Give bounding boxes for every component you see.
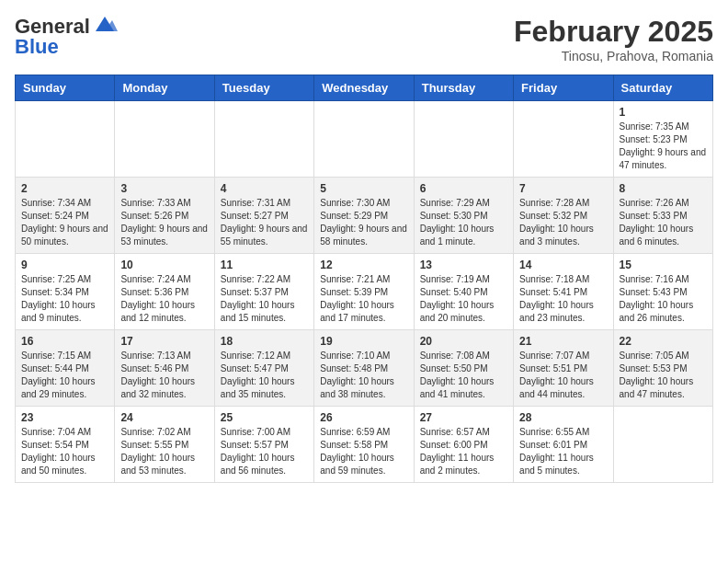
day-number: 16	[21, 335, 108, 348]
calendar-cell: 27Sunrise: 6:57 AM Sunset: 6:00 PM Dayli…	[414, 407, 513, 483]
calendar-cell: 11Sunrise: 7:22 AM Sunset: 5:37 PM Dayli…	[214, 254, 313, 330]
day-number: 18	[221, 335, 308, 348]
day-number: 1	[620, 106, 707, 119]
day-info: Sunrise: 7:25 AM Sunset: 5:34 PM Dayligh…	[21, 273, 108, 325]
calendar-cell: 15Sunrise: 7:16 AM Sunset: 5:43 PM Dayli…	[613, 254, 712, 330]
day-number: 23	[21, 411, 108, 424]
calendar-cell: 3Sunrise: 7:33 AM Sunset: 5:26 PM Daylig…	[115, 178, 214, 254]
day-info: Sunrise: 6:59 AM Sunset: 5:58 PM Dayligh…	[320, 426, 407, 477]
calendar-cell	[115, 101, 214, 178]
calendar-cell	[314, 101, 414, 178]
page-header: General Blue February 2025 Tinosu, Praho…	[15, 15, 713, 63]
calendar-cell: 21Sunrise: 7:07 AM Sunset: 5:51 PM Dayli…	[514, 330, 613, 407]
calendar-table: SundayMondayTuesdayWednesdayThursdayFrid…	[15, 75, 713, 483]
day-info: Sunrise: 7:33 AM Sunset: 5:26 PM Dayligh…	[120, 197, 208, 248]
location-subtitle: Tinosu, Prahova, Romania	[514, 49, 713, 63]
day-number: 19	[320, 335, 407, 348]
calendar-cell: 22Sunrise: 7:05 AM Sunset: 5:53 PM Dayli…	[613, 330, 712, 407]
calendar-cell: 17Sunrise: 7:13 AM Sunset: 5:46 PM Dayli…	[115, 330, 214, 407]
weekday-header-sunday: Sunday	[16, 75, 115, 101]
calendar-cell	[16, 101, 115, 178]
day-number: 9	[21, 259, 108, 271]
day-number: 25	[221, 411, 308, 424]
day-info: Sunrise: 6:55 AM Sunset: 6:01 PM Dayligh…	[519, 426, 607, 477]
week-row-2: 2Sunrise: 7:34 AM Sunset: 5:24 PM Daylig…	[16, 178, 713, 254]
day-info: Sunrise: 7:28 AM Sunset: 5:32 PM Dayligh…	[519, 197, 607, 248]
day-info: Sunrise: 6:57 AM Sunset: 6:00 PM Dayligh…	[420, 426, 507, 477]
calendar-cell: 28Sunrise: 6:55 AM Sunset: 6:01 PM Dayli…	[514, 407, 613, 483]
day-info: Sunrise: 7:24 AM Sunset: 5:36 PM Dayligh…	[120, 273, 208, 325]
calendar-cell	[414, 101, 513, 178]
calendar-cell: 25Sunrise: 7:00 AM Sunset: 5:57 PM Dayli…	[214, 407, 313, 483]
calendar-cell	[214, 101, 313, 178]
day-number: 21	[519, 335, 607, 348]
day-number: 4	[221, 182, 308, 195]
calendar-cell: 5Sunrise: 7:30 AM Sunset: 5:29 PM Daylig…	[314, 178, 414, 254]
calendar-cell: 8Sunrise: 7:26 AM Sunset: 5:33 PM Daylig…	[613, 178, 712, 254]
calendar-cell: 14Sunrise: 7:18 AM Sunset: 5:41 PM Dayli…	[514, 254, 613, 330]
day-info: Sunrise: 7:35 AM Sunset: 5:23 PM Dayligh…	[620, 121, 707, 172]
calendar-cell: 9Sunrise: 7:25 AM Sunset: 5:34 PM Daylig…	[16, 254, 115, 330]
day-number: 6	[420, 182, 507, 195]
day-info: Sunrise: 7:12 AM Sunset: 5:47 PM Dayligh…	[221, 350, 308, 401]
day-info: Sunrise: 7:22 AM Sunset: 5:37 PM Dayligh…	[221, 273, 308, 325]
weekday-header-row: SundayMondayTuesdayWednesdayThursdayFrid…	[16, 75, 713, 101]
week-row-3: 9Sunrise: 7:25 AM Sunset: 5:34 PM Daylig…	[16, 254, 713, 330]
day-info: Sunrise: 7:15 AM Sunset: 5:44 PM Dayligh…	[21, 350, 108, 401]
day-info: Sunrise: 7:34 AM Sunset: 5:24 PM Dayligh…	[21, 197, 108, 248]
day-number: 12	[320, 259, 407, 271]
day-info: Sunrise: 7:26 AM Sunset: 5:33 PM Dayligh…	[620, 197, 707, 248]
calendar-cell: 18Sunrise: 7:12 AM Sunset: 5:47 PM Dayli…	[214, 330, 313, 407]
day-number: 27	[420, 411, 507, 424]
day-info: Sunrise: 7:04 AM Sunset: 5:54 PM Dayligh…	[21, 426, 108, 477]
calendar-cell: 24Sunrise: 7:02 AM Sunset: 5:55 PM Dayli…	[115, 407, 214, 483]
day-info: Sunrise: 7:13 AM Sunset: 5:46 PM Dayligh…	[120, 350, 208, 401]
day-info: Sunrise: 7:21 AM Sunset: 5:39 PM Dayligh…	[320, 273, 407, 325]
day-number: 11	[221, 259, 308, 271]
day-info: Sunrise: 7:31 AM Sunset: 5:27 PM Dayligh…	[221, 197, 308, 248]
weekday-header-saturday: Saturday	[613, 75, 712, 101]
calendar-cell: 10Sunrise: 7:24 AM Sunset: 5:36 PM Dayli…	[115, 254, 214, 330]
day-number: 7	[519, 182, 607, 195]
weekday-header-monday: Monday	[115, 75, 214, 101]
day-info: Sunrise: 7:02 AM Sunset: 5:55 PM Dayligh…	[120, 426, 208, 477]
day-number: 20	[420, 335, 507, 348]
day-info: Sunrise: 7:10 AM Sunset: 5:48 PM Dayligh…	[320, 350, 407, 401]
day-info: Sunrise: 7:18 AM Sunset: 5:41 PM Dayligh…	[519, 273, 607, 325]
day-number: 15	[620, 259, 707, 271]
calendar-cell: 13Sunrise: 7:19 AM Sunset: 5:40 PM Dayli…	[414, 254, 513, 330]
day-number: 17	[120, 335, 208, 348]
calendar-cell: 19Sunrise: 7:10 AM Sunset: 5:48 PM Dayli…	[314, 330, 414, 407]
day-info: Sunrise: 7:16 AM Sunset: 5:43 PM Dayligh…	[620, 273, 707, 325]
calendar-cell	[514, 101, 613, 178]
week-row-1: 1Sunrise: 7:35 AM Sunset: 5:23 PM Daylig…	[16, 101, 713, 178]
day-info: Sunrise: 7:19 AM Sunset: 5:40 PM Dayligh…	[420, 273, 507, 325]
day-info: Sunrise: 7:30 AM Sunset: 5:29 PM Dayligh…	[320, 197, 407, 248]
calendar-cell: 23Sunrise: 7:04 AM Sunset: 5:54 PM Dayli…	[16, 407, 115, 483]
week-row-5: 23Sunrise: 7:04 AM Sunset: 5:54 PM Dayli…	[16, 407, 713, 483]
title-section: February 2025 Tinosu, Prahova, Romania	[514, 15, 713, 63]
week-row-4: 16Sunrise: 7:15 AM Sunset: 5:44 PM Dayli…	[16, 330, 713, 407]
day-info: Sunrise: 7:00 AM Sunset: 5:57 PM Dayligh…	[221, 426, 308, 477]
calendar-cell: 20Sunrise: 7:08 AM Sunset: 5:50 PM Dayli…	[414, 330, 513, 407]
weekday-header-wednesday: Wednesday	[314, 75, 414, 101]
calendar-cell	[613, 407, 712, 483]
day-number: 24	[120, 411, 208, 424]
logo-blue-text: Blue	[15, 35, 59, 59]
day-info: Sunrise: 7:07 AM Sunset: 5:51 PM Dayligh…	[519, 350, 607, 401]
weekday-header-friday: Friday	[514, 75, 613, 101]
day-info: Sunrise: 7:29 AM Sunset: 5:30 PM Dayligh…	[420, 197, 507, 248]
weekday-header-tuesday: Tuesday	[214, 75, 313, 101]
logo-icon	[92, 15, 118, 33]
day-number: 8	[620, 182, 707, 195]
logo: General Blue	[15, 15, 118, 59]
day-number: 13	[420, 259, 507, 271]
day-info: Sunrise: 7:08 AM Sunset: 5:50 PM Dayligh…	[420, 350, 507, 401]
calendar-cell: 6Sunrise: 7:29 AM Sunset: 5:30 PM Daylig…	[414, 178, 513, 254]
calendar-cell: 16Sunrise: 7:15 AM Sunset: 5:44 PM Dayli…	[16, 330, 115, 407]
calendar-cell: 26Sunrise: 6:59 AM Sunset: 5:58 PM Dayli…	[314, 407, 414, 483]
calendar-cell: 4Sunrise: 7:31 AM Sunset: 5:27 PM Daylig…	[214, 178, 313, 254]
calendar-cell: 7Sunrise: 7:28 AM Sunset: 5:32 PM Daylig…	[514, 178, 613, 254]
day-number: 5	[320, 182, 407, 195]
day-number: 2	[21, 182, 108, 195]
